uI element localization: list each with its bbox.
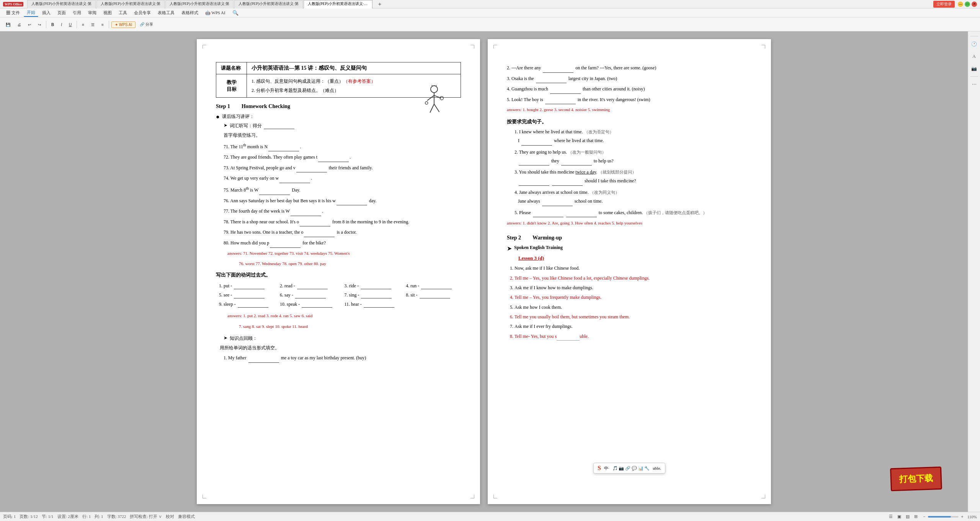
svg-line-7 bbox=[430, 104, 434, 113]
status-spell: 拼写检查: 打开 ∨ bbox=[130, 514, 162, 519]
maximize-button[interactable]: □ bbox=[965, 2, 970, 7]
tb-wps-ai[interactable]: ✦ WPS AI bbox=[111, 21, 136, 28]
lesson-title-header: 课题名称 小升初英语语法—第 15 讲：感叹句、反义疑问句 bbox=[216, 62, 461, 74]
tab-1[interactable]: 人教版(PEP)小升初英语语法讲义·第 bbox=[27, 0, 95, 8]
sidebar-translate[interactable]: A bbox=[970, 52, 979, 61]
ex-77: 77. The fourth day of the week is W . bbox=[224, 207, 461, 216]
transform-4: 4. Jane always arrives at school on time… bbox=[514, 188, 752, 206]
menu-insert[interactable]: 插入 bbox=[39, 9, 54, 16]
wps-popup-toolbar: S 中· 🎵 📷 🔗 💬 📊 🔧 uble. bbox=[593, 463, 665, 473]
menu-search[interactable]: 🔍 bbox=[229, 9, 242, 17]
knowledge-label: 知识点回顾： bbox=[230, 335, 257, 342]
status-bar-right: ☰ ▣ ▤ ⊞ － ＋ 110% bbox=[889, 514, 977, 519]
separator-3 bbox=[109, 21, 109, 28]
tb-align-right[interactable]: ≡ bbox=[99, 21, 106, 28]
status-col: 列: 1 bbox=[95, 514, 103, 519]
zoom-level: 110% bbox=[967, 514, 977, 519]
table-row-2: 5. see - 6. say - 7. sing - 8. sit - bbox=[216, 291, 461, 300]
menu-review[interactable]: 审阅 bbox=[85, 9, 100, 16]
zoom-out[interactable]: － bbox=[922, 514, 926, 519]
download-button[interactable]: 打包下载 bbox=[890, 467, 942, 492]
status-section: 节: 1/1 bbox=[42, 514, 54, 519]
tab-3[interactable]: 人教版(PEP)小升初英语语法讲义·第 bbox=[165, 0, 234, 8]
tb-underline[interactable]: U bbox=[66, 21, 74, 28]
corner-tr bbox=[470, 45, 474, 49]
menu-table-style[interactable]: 表格样式 bbox=[178, 9, 201, 16]
popup-text: 中· bbox=[604, 465, 609, 471]
menu-home[interactable]: 开始 bbox=[24, 9, 38, 17]
r-corner-br bbox=[761, 495, 765, 498]
zoom-slider[interactable] bbox=[928, 516, 959, 518]
tb-print[interactable]: 🖨 bbox=[15, 21, 24, 28]
knowledge-section: ➤ 知识点回顾： 用所给单词的适当形式填空。 1. My father me a… bbox=[216, 335, 461, 363]
status-proofread: 校对 bbox=[166, 514, 174, 519]
sidebar-div-2 bbox=[970, 76, 978, 77]
corner-bl bbox=[203, 495, 206, 498]
right-sidebar: ☁ 💬 🕐 A 📷 ⋯ bbox=[968, 8, 980, 512]
minimize-button[interactable]: — bbox=[958, 2, 963, 7]
tb-align-left[interactable]: ≡ bbox=[79, 21, 87, 28]
lesson-link[interactable]: Lesson 3 (d) bbox=[518, 255, 544, 261]
r-corner-tl bbox=[493, 45, 497, 49]
status-bar: 页码: 1 页数: 1/12 节: 1/1 设置: 2厘米 行: 1 列: 1 … bbox=[0, 512, 980, 521]
spoken-label: Spoken English Training bbox=[514, 245, 563, 251]
menu-table-tools[interactable]: 表格工具 bbox=[155, 9, 178, 16]
status-line: 行: 1 bbox=[82, 514, 91, 519]
tb-italic[interactable]: I bbox=[58, 21, 65, 28]
menu-tools[interactable]: 工具 bbox=[116, 9, 130, 16]
view-icon-1[interactable]: ☰ bbox=[889, 514, 893, 519]
toolbar-row: 💾 🖨 ↩ ↪ B I U ≡ ☰ ≡ ✦ WPS AI 🔗 分享 bbox=[0, 18, 980, 31]
register-button[interactable]: 立即登录 bbox=[933, 1, 955, 8]
tb-share[interactable]: 🔗 分享 bbox=[137, 21, 156, 28]
tb-undo[interactable]: ↩ bbox=[25, 21, 34, 28]
view-icon-2[interactable]: ▣ bbox=[897, 514, 901, 519]
view-icon-3[interactable]: ▤ bbox=[906, 514, 910, 519]
status-view-mode: 兼容模式 bbox=[178, 514, 195, 519]
ex-72: 72. They are good friends. They often pl… bbox=[224, 153, 461, 162]
menu-ai[interactable]: 🤖 WPS AI bbox=[202, 10, 229, 16]
tab-2[interactable]: 人教版(PEP)小升初英语语法讲义·第 bbox=[96, 0, 165, 8]
sidebar-ocr[interactable]: 📷 bbox=[970, 64, 979, 73]
separator-2 bbox=[77, 21, 77, 28]
svg-line-8 bbox=[434, 104, 439, 112]
svg-line-5 bbox=[427, 95, 434, 101]
lesson-title-content: 小升初英语语法—第 15 讲：感叹句、反义疑问句 bbox=[247, 62, 371, 74]
r-fill-2: 2. ---Are there any on the farm? ---Yes,… bbox=[507, 64, 752, 73]
tab-5-active[interactable]: 人教版(PEP)小升初英语语法讲义·第 × bbox=[304, 0, 372, 8]
ex-78: 78. There is a shop near our school. It'… bbox=[224, 218, 461, 227]
close-button[interactable]: ✕ bbox=[972, 2, 977, 7]
tab-add[interactable]: ＋ bbox=[373, 0, 386, 8]
tb-redo[interactable]: ↪ bbox=[35, 21, 44, 28]
sidebar-more[interactable]: ⋯ bbox=[970, 80, 979, 89]
stick-figure bbox=[419, 85, 449, 120]
view-icon-4[interactable]: ⊞ bbox=[914, 514, 918, 519]
tb-save[interactable]: 💾 bbox=[3, 21, 13, 28]
ex-76: 76. Ann says Saturday is her best day bu… bbox=[224, 197, 461, 206]
vocab-item: ➤ 词汇听写：得分 bbox=[224, 123, 461, 129]
tb-bold[interactable]: B bbox=[49, 21, 57, 28]
answers-first2: 76. worst 77. Wednesday 78. open 79. oth… bbox=[239, 260, 461, 268]
answers-first: answers: 71. November 72. together 73. v… bbox=[227, 250, 461, 257]
table-row-3: 9. sleep - 10. speak - 11. hear - bbox=[216, 300, 461, 309]
sidebar-history[interactable]: 🕐 bbox=[970, 39, 979, 49]
r-fill-3: 3. Osaka is the largest city in Japan. (… bbox=[507, 75, 752, 84]
menu-file[interactable]: ☰ 文件 bbox=[3, 9, 23, 16]
menu-page[interactable]: 页面 bbox=[54, 9, 69, 16]
menu-ref[interactable]: 引用 bbox=[70, 9, 84, 16]
past-tense-answers2: 7. sang 8. sat 9. slept 10. spoke 11. he… bbox=[239, 323, 461, 331]
zoom-in[interactable]: ＋ bbox=[960, 514, 964, 519]
step2-label: Step 2 bbox=[507, 235, 521, 241]
toolbar-area: ☰ 文件 开始 插入 页面 引用 审阅 视图 工具 会员专享 表格工具 表格样式… bbox=[0, 8, 980, 31]
menu-view[interactable]: 视图 bbox=[100, 9, 115, 16]
tb-align-center[interactable]: ☰ bbox=[88, 21, 97, 28]
menu-vip[interactable]: 会员专享 bbox=[131, 9, 154, 16]
fill-ex-1: 1. My father me a toy car as my last bir… bbox=[224, 354, 461, 363]
svg-point-0 bbox=[431, 86, 438, 93]
step2-heading: Step 2 Warming-up bbox=[507, 235, 752, 241]
title-tabs: 人教版(PEP)小升初英语语法讲义·第 人教版(PEP)小升初英语语法讲义·第 … bbox=[27, 0, 933, 8]
transform-answers: answers: 1. didn't know 2. Are, going 3.… bbox=[507, 220, 752, 227]
spoken-training: ➤ Spoken English Training bbox=[507, 245, 752, 252]
ex-71: 71. The 11th month is N . bbox=[224, 142, 461, 152]
right-page: 2. ---Are there any on the farm? ---Yes,… bbox=[488, 39, 771, 504]
tab-4[interactable]: 人教版(PEP)小升初英语语法讲义·第 bbox=[234, 0, 302, 8]
